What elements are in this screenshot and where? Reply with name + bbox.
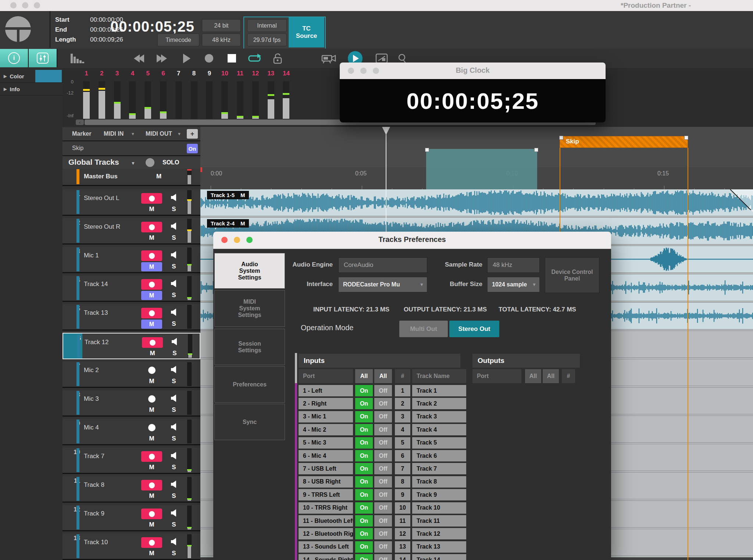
track-row[interactable]: 9Mic 4MS xyxy=(63,419,200,445)
input-on-button[interactable]: On xyxy=(355,450,373,461)
stereo-out-button[interactable]: Stereo Out xyxy=(449,321,499,337)
clip-mute-button[interactable]: M xyxy=(240,192,245,198)
solo-button[interactable]: S xyxy=(171,292,177,299)
global-solo-button[interactable]: SOLO xyxy=(163,159,179,166)
record-arm-button[interactable] xyxy=(141,537,162,548)
tc-source-button[interactable]: TC Source xyxy=(289,17,324,47)
solo-button[interactable]: S xyxy=(171,406,177,414)
close-icon[interactable] xyxy=(348,68,354,74)
mute-button[interactable]: M xyxy=(142,350,163,357)
record-arm-button[interactable] xyxy=(142,337,163,348)
clip-label[interactable]: Track 1-5M xyxy=(207,191,249,199)
input-off-button[interactable]: Off xyxy=(374,541,392,553)
track-row[interactable]: 13Track 10MS xyxy=(63,534,200,560)
tab-session[interactable]: Session Settings xyxy=(214,329,285,365)
input-on-button[interactable]: On xyxy=(355,398,373,409)
input-on-button[interactable]: On xyxy=(355,424,373,435)
input-on-button[interactable]: On xyxy=(355,437,373,449)
solo-button[interactable]: S xyxy=(171,320,177,328)
input-track-name[interactable]: Track 13 xyxy=(412,541,466,553)
record-arm-button[interactable] xyxy=(141,480,162,491)
record-arm-button[interactable] xyxy=(141,222,162,232)
input-track-name[interactable]: Track 1 xyxy=(412,385,466,396)
big-clock-window[interactable]: Big Clock 00:00:05;25 xyxy=(340,63,606,122)
speaker-icon[interactable] xyxy=(171,452,177,459)
solo-button[interactable]: S xyxy=(171,492,177,500)
mute-button[interactable]: M xyxy=(141,550,162,557)
global-record-icon[interactable] xyxy=(146,158,154,167)
input-track-name[interactable]: Track 11 xyxy=(412,515,466,527)
input-track-name[interactable]: Track 12 xyxy=(412,528,466,539)
track-row[interactable]: 2Stereo Out RMS xyxy=(63,218,200,245)
input-off-button[interactable]: Off xyxy=(374,515,392,527)
levels-icon[interactable] xyxy=(68,49,87,68)
lock-button[interactable] xyxy=(269,49,286,68)
record-arm-button[interactable] xyxy=(141,250,162,261)
zoom-icon[interactable] xyxy=(246,237,253,243)
track-row[interactable]: 3Mic 1MS xyxy=(63,247,200,273)
zoom-icon[interactable] xyxy=(373,68,379,74)
record-arm-button[interactable] xyxy=(141,193,162,204)
mixer-button[interactable] xyxy=(29,49,57,67)
input-off-button[interactable]: Off xyxy=(374,528,392,539)
record-arm-button[interactable] xyxy=(141,451,162,462)
input-track-name[interactable]: Track 7 xyxy=(412,463,466,474)
input-track-name[interactable]: Track 8 xyxy=(412,476,466,488)
sync-source-button[interactable]: Internal xyxy=(247,19,287,32)
multi-out-button[interactable]: Multi Out xyxy=(399,321,448,337)
loop-button[interactable] xyxy=(245,49,264,68)
speaker-icon[interactable] xyxy=(171,251,177,258)
speaker-icon[interactable] xyxy=(171,509,177,517)
region-handle[interactable] xyxy=(684,136,688,140)
stop-button[interactable] xyxy=(224,49,240,68)
range-selection[interactable] xyxy=(426,149,537,189)
solo-button[interactable]: S xyxy=(171,378,177,385)
close-icon[interactable] xyxy=(221,237,228,243)
record-arm-button[interactable] xyxy=(148,367,156,374)
input-on-button[interactable]: On xyxy=(355,528,373,539)
track-row[interactable]: 6Track 12MS xyxy=(63,333,200,359)
input-off-button[interactable]: Off xyxy=(374,476,392,488)
mute-button[interactable]: M xyxy=(141,262,162,271)
input-off-button[interactable]: Off xyxy=(374,554,392,560)
mute-button[interactable]: M xyxy=(141,291,162,300)
solo-button[interactable]: S xyxy=(171,521,177,528)
speaker-icon[interactable] xyxy=(171,481,177,488)
master-mute-button[interactable]: M xyxy=(156,173,161,180)
sidebar-item-color[interactable]: ▶ Color xyxy=(0,70,63,83)
input-track-name[interactable]: Track 2 xyxy=(412,398,466,409)
scrollbar-left-arrow[interactable]: ‹ xyxy=(76,120,84,125)
speaker-icon[interactable] xyxy=(171,280,177,287)
track-row[interactable]: 1Stereo Out LMS xyxy=(63,189,200,216)
zoom-icon[interactable] xyxy=(34,2,40,8)
region-handle[interactable] xyxy=(559,136,563,140)
buffer-size-dropdown[interactable]: 1024 sample ▼ xyxy=(487,277,540,292)
input-track-name[interactable]: Track 6 xyxy=(412,450,466,461)
input-track-name[interactable]: Track 3 xyxy=(412,411,466,422)
input-off-button[interactable]: Off xyxy=(374,385,392,396)
input-on-button[interactable]: On xyxy=(355,515,373,527)
main-timecode[interactable]: 00:00:05;25 xyxy=(110,18,206,35)
input-on-button[interactable]: On xyxy=(355,463,373,474)
mute-button[interactable]: M xyxy=(141,464,162,471)
timecode-button[interactable]: Timecode xyxy=(157,33,199,46)
mute-button[interactable]: M xyxy=(141,206,162,213)
record-arm-button[interactable] xyxy=(141,308,162,318)
input-off-button[interactable]: Off xyxy=(374,398,392,409)
tab-preferences[interactable]: Preferences xyxy=(214,366,285,403)
big-clock-titlebar[interactable]: Big Clock xyxy=(340,63,606,79)
input-off-button[interactable]: Off xyxy=(374,450,392,461)
input-off-button[interactable]: Off xyxy=(374,424,392,435)
input-off-button[interactable]: Off xyxy=(374,502,392,514)
speaker-icon[interactable] xyxy=(171,194,177,201)
record-arm-button[interactable] xyxy=(141,509,162,519)
sidebar-item-info[interactable]: ▶ Info xyxy=(0,83,63,96)
scene-button[interactable] xyxy=(319,49,338,68)
selection-handle[interactable] xyxy=(425,148,429,152)
inputs-all-on-button[interactable]: All xyxy=(355,369,373,383)
input-on-button[interactable]: On xyxy=(355,489,373,500)
input-on-button[interactable]: On xyxy=(355,476,373,488)
inputs-all-off-button[interactable]: All xyxy=(374,369,392,383)
outputs-all-on-button[interactable]: All xyxy=(525,369,541,383)
sample-rate-button[interactable]: 48 kHz xyxy=(202,33,241,46)
